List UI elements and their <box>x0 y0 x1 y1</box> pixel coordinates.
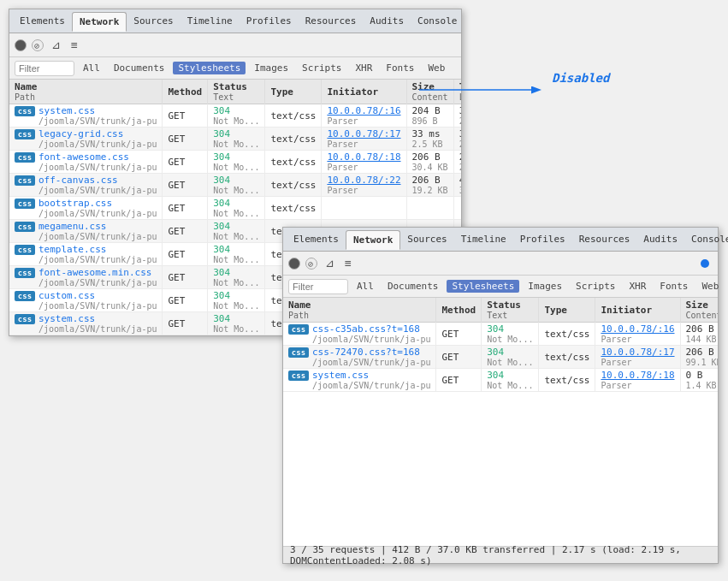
col-type-2: Type <box>539 298 595 323</box>
filter-icon-1[interactable]: ⊿ <box>49 39 62 52</box>
col-method-1: Method <box>163 80 208 104</box>
col-size-2: SizeContent <box>680 298 718 323</box>
filter-stylesheets-1[interactable]: Stylesheets <box>173 62 246 74</box>
tab-resources-1[interactable]: Resources <box>299 12 364 30</box>
tab-elements-1[interactable]: Elements <box>13 12 72 30</box>
filter-all-1[interactable]: All <box>78 62 105 74</box>
table-row[interactable]: csssystem.css/joomla/SVN/trunk/ja-pu GET… <box>9 104 461 127</box>
tab-audits-1[interactable]: Audits <box>363 12 411 30</box>
tab-bar-2: Elements Network Sources Timeline Profil… <box>283 228 718 252</box>
filter-bar-2: All Documents Stylesheets Images Scripts… <box>283 276 718 298</box>
col-type-1: Type <box>265 80 322 104</box>
table-row[interactable]: csssystem.css/joomla/SVN/trunk/ja-pu GET… <box>283 369 718 392</box>
table-row[interactable]: csslegacy-grid.css/joomla/SVN/trunk/ja-p… <box>9 127 461 151</box>
filter-input-1[interactable] <box>15 61 74 76</box>
tab-profiles-1[interactable]: Profiles <box>240 12 299 30</box>
tab-sources-2[interactable]: Sources <box>400 230 453 248</box>
toolbar-2: ⊘ ⊿ ≡ <box>283 252 718 276</box>
clear-button-2[interactable]: ⊘ <box>305 258 317 270</box>
table-row[interactable]: cssbootstrap.css/joomla/SVN/trunk/ja-pu … <box>9 197 461 220</box>
filter-input-2[interactable] <box>288 279 348 294</box>
tab-resources-2[interactable]: Resources <box>572 230 637 248</box>
filter-stylesheets-2[interactable]: Stylesheets <box>447 280 519 293</box>
filter-scripts-1[interactable]: Scripts <box>297 62 346 74</box>
tab-sources-1[interactable]: Sources <box>127 12 180 30</box>
tab-profiles-2[interactable]: Profiles <box>513 230 572 248</box>
filter-scripts-2[interactable]: Scripts <box>571 280 620 293</box>
grid-icon-2[interactable]: ≡ <box>341 257 355 270</box>
table-row[interactable]: csscss-72470.css?t=168/joomla/SVN/trunk/… <box>283 346 718 369</box>
tab-bar-1: Elements Network Sources Timeline Profil… <box>9 9 461 33</box>
tab-console-2[interactable]: Console <box>684 230 728 248</box>
tab-timeline-1[interactable]: Timeline <box>181 12 240 30</box>
filter-documents-2[interactable]: Documents <box>382 280 444 293</box>
col-name-2: NamePath <box>283 298 436 323</box>
col-name-1: NamePath <box>9 80 163 104</box>
table-row[interactable]: csscss-c35ab.css?t=168/joomla/SVN/trunk/… <box>283 323 718 346</box>
tab-network-2[interactable]: Network <box>346 230 400 250</box>
filter-fonts-1[interactable]: Fonts <box>381 62 419 74</box>
table-row[interactable]: cssfont-awesome.css/joomla/SVN/trunk/ja-… <box>9 151 461 174</box>
status-bar-2: 3 / 35 requests | 412 B / 37.0 KB transf… <box>283 546 718 563</box>
record-button-2[interactable] <box>288 258 300 270</box>
record-button-1[interactable] <box>15 39 27 51</box>
filter-images-2[interactable]: Images <box>523 280 567 293</box>
col-initiator-1: Initiator <box>322 80 406 104</box>
filter-web-2[interactable]: Web <box>696 280 724 293</box>
clear-button-1[interactable]: ⊘ <box>32 39 44 51</box>
filter-icon-2[interactable]: ⊿ <box>323 257 336 270</box>
col-method-2: Method <box>436 298 482 323</box>
filter-documents-1[interactable]: Documents <box>109 62 170 74</box>
col-status-1: StatusText <box>208 80 265 104</box>
tab-timeline-2[interactable]: Timeline <box>454 230 513 248</box>
col-initiator-2: Initiator <box>595 298 680 323</box>
status-text-2: 3 / 35 requests | 412 B / 37.0 KB transf… <box>290 544 711 566</box>
filter-xhr-1[interactable]: XHR <box>350 62 377 74</box>
grid-icon-1[interactable]: ≡ <box>68 39 81 52</box>
filter-images-1[interactable]: Images <box>249 62 293 74</box>
filter-xhr-2[interactable]: XHR <box>624 280 651 293</box>
filter-web-1[interactable]: Web <box>423 62 450 74</box>
toolbar-1: ⊘ ⊿ ≡ <box>9 33 461 57</box>
filter-bar-1: All Documents Stylesheets Images Scripts… <box>9 57 461 80</box>
enabled-dot <box>701 259 709 268</box>
col-status-2: StatusText <box>482 298 539 323</box>
panel-enabled: Elements Network Sources Timeline Profil… <box>282 227 719 564</box>
filter-fonts-2[interactable]: Fonts <box>654 280 693 293</box>
disabled-label: Disabled <box>552 71 609 85</box>
empty-space-2 <box>283 392 718 546</box>
network-table-2: NamePath Method StatusText Type Initiato… <box>283 298 718 392</box>
tab-console-1[interactable]: Console <box>411 12 464 30</box>
tab-elements-2[interactable]: Elements <box>287 230 346 248</box>
tab-network-1[interactable]: Network <box>72 12 127 32</box>
filter-all-2[interactable]: All <box>352 280 379 293</box>
tab-audits-2[interactable]: Audits <box>636 230 684 248</box>
table-row[interactable]: cssoff-canvas.css/joomla/SVN/trunk/ja-pu… <box>9 174 461 197</box>
